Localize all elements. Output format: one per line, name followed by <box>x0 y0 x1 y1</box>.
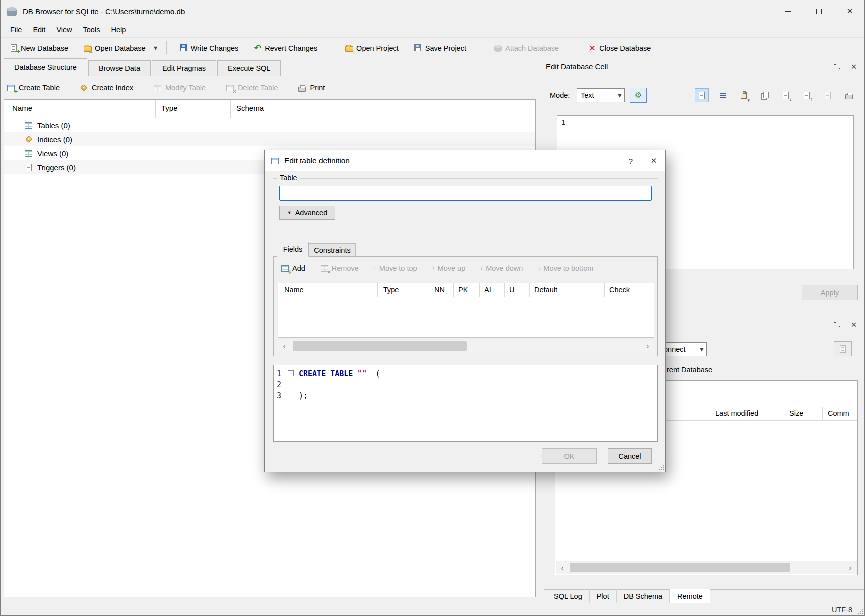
maximize-button[interactable] <box>803 0 834 22</box>
word-wrap-button[interactable] <box>716 88 730 102</box>
minimize-button[interactable] <box>772 0 803 22</box>
tree-item-tables[interactable]: Tables (0) <box>4 118 535 132</box>
revert-changes-button[interactable]: ↶ Revert Changes <box>249 40 322 56</box>
advanced-button[interactable]: ▼ Advanced <box>279 206 335 220</box>
table-name-input[interactable] <box>279 186 652 201</box>
window-resize-grip[interactable] <box>858 610 863 614</box>
scroll-right-icon[interactable]: › <box>641 340 654 352</box>
remote-settings-button[interactable] <box>834 342 852 356</box>
column-schema[interactable]: Schema <box>236 104 264 112</box>
menu-view[interactable]: View <box>51 24 77 36</box>
export-button[interactable]: ↑ <box>800 88 814 102</box>
close-database-button[interactable]: ✕ Close Database <box>583 40 655 56</box>
cancel-button[interactable]: Cancel <box>608 448 652 464</box>
scroll-right-icon[interactable]: › <box>844 562 857 574</box>
fields-hscrollbar[interactable]: ‹ › <box>278 340 654 352</box>
new-database-button[interactable]: + New Database <box>5 40 73 56</box>
close-panel-button[interactable]: ✕ <box>848 62 860 72</box>
column-default[interactable]: Default <box>534 286 557 294</box>
column-nn[interactable]: NN <box>434 286 445 294</box>
tree-item-indices[interactable]: Indices (0) <box>4 132 535 146</box>
paste-button[interactable]: ▾ <box>737 88 751 102</box>
column-type[interactable]: Type <box>383 286 399 294</box>
open-project-button[interactable]: ↓ Open Project <box>340 40 403 56</box>
dialog-close-button[interactable]: ✕ <box>642 150 665 172</box>
views-icon <box>24 150 33 158</box>
save-project-button[interactable]: Save Project <box>409 40 471 56</box>
menu-file[interactable]: File <box>5 24 27 36</box>
column-pk[interactable]: PK <box>458 286 468 294</box>
title-bar[interactable]: DB Browser for SQLite - C:\Users\turne\d… <box>1 0 865 22</box>
column-commit[interactable]: Comm <box>828 410 849 418</box>
modify-table-icon <box>153 84 162 92</box>
column-ai[interactable]: AI <box>484 286 491 294</box>
document-icon <box>840 346 846 353</box>
column-type[interactable]: Type <box>161 104 178 112</box>
sql-preview[interactable]: 1 2 3 − CREATE TABLE "" ( ); <box>273 365 658 442</box>
identity-select[interactable]: onnect ▾ <box>660 342 707 356</box>
mode-select[interactable]: Text ▾ <box>577 88 625 102</box>
text-view-button[interactable] <box>695 88 709 102</box>
column-check[interactable]: Check <box>609 286 630 294</box>
copy-button[interactable] <box>758 88 772 102</box>
edit-cell-panel-title: Edit Database Cell <box>546 62 608 71</box>
open-database-button[interactable]: → Open Database <box>79 40 150 56</box>
close-icon: ✕ <box>651 156 657 166</box>
create-index-icon <box>80 84 88 92</box>
indices-icon <box>24 136 33 144</box>
float-panel-button[interactable] <box>831 62 843 72</box>
add-field-icon: + <box>281 264 289 273</box>
add-field-button[interactable]: + Add <box>281 264 305 273</box>
print-button[interactable]: Print <box>298 84 325 92</box>
tab-constraints[interactable]: Constraints <box>309 244 356 257</box>
tab-browse-data[interactable]: Browse Data <box>88 60 151 76</box>
column-u[interactable]: U <box>509 286 514 294</box>
menu-edit[interactable]: Edit <box>27 24 51 36</box>
print-cell-button[interactable] <box>842 88 856 102</box>
tab-edit-pragmas[interactable]: Edit Pragmas <box>152 60 216 76</box>
create-table-button[interactable]: + Create Table <box>7 84 60 92</box>
tab-db-schema[interactable]: DB Schema <box>617 590 670 604</box>
menu-tools[interactable]: Tools <box>78 24 106 36</box>
close-panel-button[interactable]: ✕ <box>848 320 860 330</box>
tab-plot[interactable]: Plot <box>590 590 617 604</box>
chevron-down-icon: ▼ <box>287 210 292 216</box>
main-toolbar: + New Database → Open Database ▾ Write C… <box>1 38 865 58</box>
move-to-top-icon: ↑ <box>374 266 376 272</box>
mode-label: Mode: <box>550 92 570 100</box>
column-last-modified[interactable]: Last modified <box>715 410 758 418</box>
close-button[interactable]: ✕ <box>834 0 865 22</box>
code-fold-icon[interactable]: − <box>288 370 294 376</box>
write-changes-button[interactable]: Write Changes <box>175 40 243 56</box>
scrollbar-thumb[interactable] <box>570 563 790 572</box>
tab-current-database[interactable]: rent Database <box>667 366 712 374</box>
dialog-resize-grip[interactable] <box>659 466 664 470</box>
encoding-indicator[interactable]: UTF-8 <box>832 606 852 614</box>
tab-remote[interactable]: Remote <box>670 590 710 604</box>
create-index-button[interactable]: Create Index <box>80 84 133 92</box>
menu-help[interactable]: Help <box>105 24 131 36</box>
open-database-dropdown[interactable]: ▾ <box>151 40 160 56</box>
mode-settings-button[interactable]: ⚙ <box>630 88 647 103</box>
scroll-left-icon[interactable]: ‹ <box>278 340 291 352</box>
scroll-left-icon[interactable]: ‹ <box>556 562 569 574</box>
close-icon: ✕ <box>851 63 857 71</box>
help-button[interactable]: ? <box>619 150 642 172</box>
minimize-icon <box>785 12 791 12</box>
close-icon: ✕ <box>847 7 853 16</box>
tab-sql-log[interactable]: SQL Log <box>547 590 590 604</box>
column-size[interactable]: Size <box>789 410 803 418</box>
tab-database-structure[interactable]: Database Structure <box>4 58 87 76</box>
print-icon <box>845 94 853 100</box>
float-panel-button[interactable] <box>831 320 843 330</box>
column-name[interactable]: Name <box>284 286 304 294</box>
dialog-titlebar[interactable]: Edit table definition ? ✕ <box>265 150 665 172</box>
table-groupbox: Table ▼ Advanced <box>273 178 658 230</box>
export-icon: ↑ <box>803 92 811 100</box>
remote-hscrollbar[interactable]: ‹ › <box>556 562 857 574</box>
import-button[interactable]: ↓ <box>779 88 793 102</box>
scrollbar-thumb[interactable] <box>293 342 467 351</box>
column-name[interactable]: Name <box>12 104 32 112</box>
tab-fields[interactable]: Fields <box>277 242 309 257</box>
tab-execute-sql[interactable]: Execute SQL <box>217 60 281 76</box>
